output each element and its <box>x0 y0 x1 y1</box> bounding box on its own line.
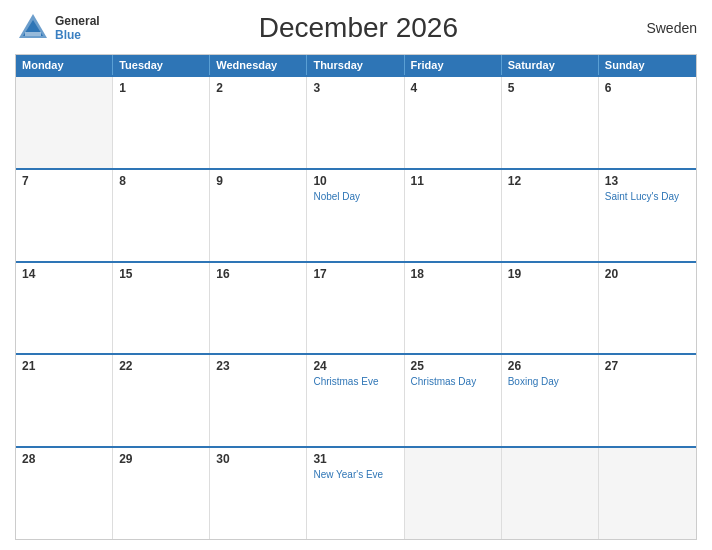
cal-cell <box>502 448 599 539</box>
logo-blue: Blue <box>55 28 100 42</box>
cal-cell: 7 <box>16 170 113 261</box>
svg-rect-3 <box>25 32 41 36</box>
cal-cell: 12 <box>502 170 599 261</box>
cell-event: Nobel Day <box>313 190 397 203</box>
cell-number: 25 <box>411 359 495 373</box>
cal-cell: 17 <box>307 263 404 354</box>
header-day-monday: Monday <box>16 55 113 75</box>
cal-cell: 24Christmas Eve <box>307 355 404 446</box>
cell-number: 31 <box>313 452 397 466</box>
logo: General Blue <box>15 10 100 46</box>
cell-number: 4 <box>411 81 495 95</box>
cell-number: 16 <box>216 267 300 281</box>
cell-number: 12 <box>508 174 592 188</box>
cal-cell: 26Boxing Day <box>502 355 599 446</box>
cal-cell: 9 <box>210 170 307 261</box>
cell-number: 24 <box>313 359 397 373</box>
cal-cell: 14 <box>16 263 113 354</box>
week-row-1: 78910Nobel Day111213Saint Lucy's Day <box>16 168 696 261</box>
cell-number: 15 <box>119 267 203 281</box>
cell-event: Christmas Eve <box>313 375 397 388</box>
cal-cell: 10Nobel Day <box>307 170 404 261</box>
cell-number: 9 <box>216 174 300 188</box>
cal-cell: 3 <box>307 77 404 168</box>
logo-icon <box>15 10 51 46</box>
header-day-saturday: Saturday <box>502 55 599 75</box>
cal-cell <box>599 448 696 539</box>
cell-event: Boxing Day <box>508 375 592 388</box>
logo-text: General Blue <box>55 14 100 43</box>
cell-number: 6 <box>605 81 690 95</box>
cal-cell: 6 <box>599 77 696 168</box>
cal-cell: 18 <box>405 263 502 354</box>
country: Sweden <box>617 20 697 36</box>
cell-number: 28 <box>22 452 106 466</box>
header-day-sunday: Sunday <box>599 55 696 75</box>
cal-cell: 19 <box>502 263 599 354</box>
header-day-thursday: Thursday <box>307 55 404 75</box>
logo-general: General <box>55 14 100 28</box>
week-row-3: 21222324Christmas Eve25Christmas Day26Bo… <box>16 353 696 446</box>
week-row-4: 28293031New Year's Eve <box>16 446 696 539</box>
cal-cell: 31New Year's Eve <box>307 448 404 539</box>
cell-number: 26 <box>508 359 592 373</box>
cal-cell <box>405 448 502 539</box>
cal-cell: 29 <box>113 448 210 539</box>
cell-number: 20 <box>605 267 690 281</box>
header: General Blue December 2026 Sweden <box>15 10 697 46</box>
cell-number: 21 <box>22 359 106 373</box>
cal-cell: 15 <box>113 263 210 354</box>
cell-number: 3 <box>313 81 397 95</box>
cell-number: 5 <box>508 81 592 95</box>
cell-number: 10 <box>313 174 397 188</box>
cell-number: 1 <box>119 81 203 95</box>
week-row-0: 123456 <box>16 75 696 168</box>
cell-number: 2 <box>216 81 300 95</box>
cell-number: 30 <box>216 452 300 466</box>
cell-number: 19 <box>508 267 592 281</box>
cal-cell: 11 <box>405 170 502 261</box>
cal-cell: 8 <box>113 170 210 261</box>
cell-number: 11 <box>411 174 495 188</box>
cal-cell: 28 <box>16 448 113 539</box>
cell-event: New Year's Eve <box>313 468 397 481</box>
cell-number: 7 <box>22 174 106 188</box>
header-day-friday: Friday <box>405 55 502 75</box>
cal-cell: 27 <box>599 355 696 446</box>
cal-cell: 5 <box>502 77 599 168</box>
cell-number: 18 <box>411 267 495 281</box>
cell-event: Saint Lucy's Day <box>605 190 690 203</box>
cell-number: 8 <box>119 174 203 188</box>
week-row-2: 14151617181920 <box>16 261 696 354</box>
calendar-page: General Blue December 2026 Sweden Monday… <box>0 0 712 550</box>
cal-cell: 30 <box>210 448 307 539</box>
cell-number: 27 <box>605 359 690 373</box>
cal-cell: 22 <box>113 355 210 446</box>
cal-cell: 4 <box>405 77 502 168</box>
cal-cell <box>16 77 113 168</box>
cal-cell: 16 <box>210 263 307 354</box>
cell-number: 17 <box>313 267 397 281</box>
cal-cell: 1 <box>113 77 210 168</box>
header-day-wednesday: Wednesday <box>210 55 307 75</box>
calendar: MondayTuesdayWednesdayThursdayFridaySatu… <box>15 54 697 540</box>
month-title: December 2026 <box>100 12 617 44</box>
cal-cell: 23 <box>210 355 307 446</box>
cell-event: Christmas Day <box>411 375 495 388</box>
cell-number: 29 <box>119 452 203 466</box>
calendar-header: MondayTuesdayWednesdayThursdayFridaySatu… <box>16 55 696 75</box>
cal-cell: 13Saint Lucy's Day <box>599 170 696 261</box>
cal-cell: 21 <box>16 355 113 446</box>
header-day-tuesday: Tuesday <box>113 55 210 75</box>
cal-cell: 25Christmas Day <box>405 355 502 446</box>
cell-number: 22 <box>119 359 203 373</box>
cell-number: 23 <box>216 359 300 373</box>
cal-cell: 20 <box>599 263 696 354</box>
cell-number: 13 <box>605 174 690 188</box>
cell-number: 14 <box>22 267 106 281</box>
cal-cell: 2 <box>210 77 307 168</box>
calendar-body: 12345678910Nobel Day111213Saint Lucy's D… <box>16 75 696 539</box>
